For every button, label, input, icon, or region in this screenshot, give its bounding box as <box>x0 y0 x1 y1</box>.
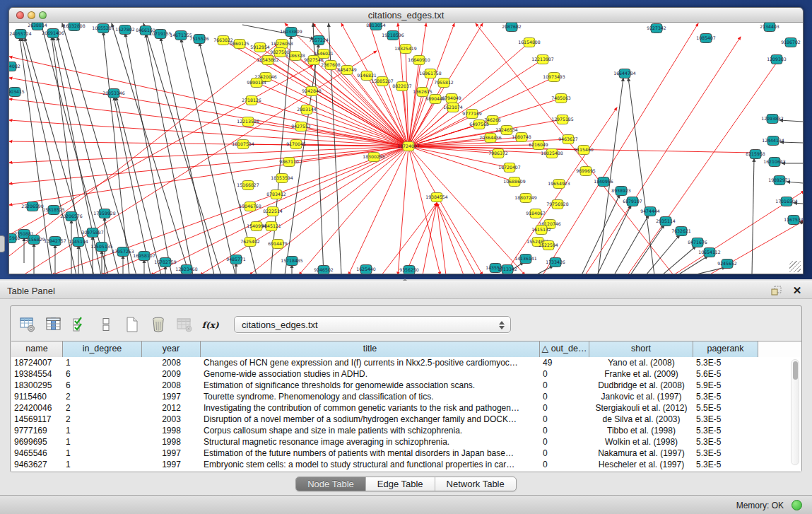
network-edge[interactable] <box>630 225 664 274</box>
network-node[interactable]: 10025488 <box>541 149 563 158</box>
network-edge[interactable] <box>423 203 437 274</box>
table-vertical-scrollbar[interactable] <box>791 359 799 465</box>
network-node[interactable]: 9184067 <box>526 209 546 218</box>
network-node[interactable]: 25206590 <box>21 202 44 211</box>
network-edge[interactable] <box>779 120 803 122</box>
column-header-short[interactable]: short <box>589 341 693 357</box>
table-row[interactable]: 1456911722003Disruption of a novel membe… <box>11 414 801 425</box>
network-node[interactable]: 9699695 <box>576 167 596 176</box>
network-edge[interactable] <box>125 33 172 274</box>
network-node[interactable]: 18325419 <box>394 45 417 54</box>
network-edge[interactable] <box>536 266 553 274</box>
network-node[interactable]: 10719155 <box>149 30 172 39</box>
network-edge[interactable] <box>408 23 426 146</box>
unselect-rows-button[interactable] <box>96 315 116 334</box>
network-node[interactable]: 8466160 <box>136 26 155 35</box>
table-row[interactable]: 946554611997Estimation of the future num… <box>11 448 801 459</box>
network-node[interactable]: 9356250 <box>399 266 419 275</box>
canvas-resize-grip[interactable] <box>789 261 801 272</box>
network-edge[interactable] <box>476 23 673 274</box>
network-node[interactable]: 23246534 <box>495 126 518 135</box>
network-node[interactable]: 20691406 <box>42 29 64 38</box>
table-row[interactable]: 977716911998Corpus callosum shape and si… <box>11 425 801 436</box>
network-node[interactable]: 8454749 <box>337 66 357 75</box>
network-node[interactable]: 24055724 <box>9 30 32 39</box>
table-selector-dropdown[interactable]: citations_edges.txt <box>234 316 511 333</box>
network-edge[interactable] <box>543 23 698 274</box>
network-node[interactable]: 19218596 <box>382 31 404 40</box>
delete-column-button[interactable] <box>148 315 168 334</box>
column-header-in_degree[interactable]: in_degree <box>63 341 142 357</box>
network-node[interactable]: 6794049 <box>442 94 461 103</box>
network-node[interactable]: 79756928 <box>546 200 569 209</box>
table-row[interactable]: 969969511998Structural magnetic resonanc… <box>11 436 801 448</box>
network-edge[interactable] <box>646 235 680 274</box>
network-node[interactable]: 12093832 <box>761 115 784 124</box>
network-node[interactable]: 746266 <box>484 116 501 125</box>
network-node[interactable]: 2134403 <box>760 23 779 32</box>
network-canvas[interactable]: 1872400776638229860125591295416543862224… <box>9 23 803 274</box>
network-node[interactable]: 15166827 <box>237 181 259 190</box>
network-node[interactable]: 16961758 <box>419 69 442 78</box>
network-node[interactable]: 9860125 <box>230 40 249 49</box>
network-edge[interactable] <box>9 44 278 256</box>
tab-network-table[interactable]: Network Table <box>435 477 516 491</box>
table-row[interactable]: 2242004622012Investigating the contribut… <box>11 402 801 414</box>
column-header-pagerank[interactable]: pagerank <box>693 341 758 357</box>
network-node[interactable]: 8813054 <box>366 23 386 30</box>
network-edge[interactable] <box>614 215 649 274</box>
tab-edge-table[interactable]: Edge Table <box>366 477 435 491</box>
network-edge[interactable] <box>9 146 408 205</box>
float-panel-button[interactable] <box>770 284 782 297</box>
table-row[interactable]: 946362711997Embryonic stem cells: a mode… <box>11 459 801 470</box>
table-row[interactable]: 1830029562008Estimation of significance … <box>11 380 801 391</box>
network-node[interactable]: 9246502 <box>314 266 334 275</box>
network-node[interactable]: 1540994 <box>247 222 266 231</box>
network-node[interactable]: 4845121 <box>261 222 281 231</box>
network-node[interactable]: 19892971 <box>768 176 791 185</box>
network-node[interactable]: 19654923 <box>548 180 570 189</box>
network-node[interactable]: 17016504 <box>775 197 798 206</box>
network-edge[interactable] <box>62 23 136 274</box>
network-node[interactable]: 7515526 <box>189 35 209 44</box>
network-node[interactable]: 8471676 <box>688 238 707 247</box>
network-edge[interactable] <box>787 182 803 183</box>
new-column-button[interactable] <box>122 315 142 334</box>
network-node[interactable]: 12975185 <box>551 115 574 124</box>
column-header-name[interactable]: name <box>11 341 63 357</box>
network-node[interactable]: 2718126 <box>242 96 261 105</box>
network-node[interactable]: 9227342 <box>647 24 666 33</box>
network-edge[interactable] <box>598 78 623 274</box>
network-node[interactable]: 8822037 <box>392 82 412 91</box>
table-row[interactable]: 911546021997Tourette syndrome. Phenomeno… <box>11 391 801 402</box>
network-edge[interactable] <box>408 74 430 146</box>
network-edge[interactable] <box>693 267 726 274</box>
network-node[interactable]: 16644784 <box>613 69 636 78</box>
network-node[interactable]: 9474444 <box>640 207 660 216</box>
network-node[interactable]: 5912954 <box>250 43 270 52</box>
network-node[interactable]: 17359928 <box>93 209 116 218</box>
network-node[interactable]: 12213987 <box>531 55 554 64</box>
network-edge[interactable] <box>752 158 754 274</box>
network-window-titlebar[interactable]: citations_edges.txt <box>9 8 803 23</box>
network-node[interactable]: 7632621 <box>671 227 691 236</box>
network-node[interactable]: 18807249 <box>514 194 537 203</box>
network-edge[interactable] <box>678 256 708 274</box>
network-node[interactable]: 8215958 <box>746 150 765 159</box>
network-node[interactable]: 10688609 <box>503 177 526 187</box>
network-node[interactable]: 9186702 <box>781 38 801 47</box>
network-node[interactable]: 12505135 <box>90 243 113 252</box>
network-node[interactable]: 7903415 <box>9 88 25 97</box>
network-node[interactable]: 15718485 <box>281 257 303 266</box>
network-node[interactable]: 9485771 <box>226 255 246 264</box>
manage-table-columns-button[interactable] <box>18 315 37 334</box>
network-node[interactable]: 18353594 <box>271 174 293 183</box>
network-node[interactable]: 19384554 <box>425 193 448 202</box>
function-builder-button[interactable]: f(x) <box>201 315 220 334</box>
network-node[interactable]: 2638814 <box>28 23 47 30</box>
network-edge[interactable] <box>662 246 696 274</box>
network-edge[interactable] <box>299 146 408 274</box>
network-edge[interactable] <box>266 77 408 146</box>
table-row[interactable]: 1872400712008Changes of HCN gene express… <box>11 357 801 368</box>
table-row[interactable]: 1938455462009Genome-wide association stu… <box>11 368 801 380</box>
